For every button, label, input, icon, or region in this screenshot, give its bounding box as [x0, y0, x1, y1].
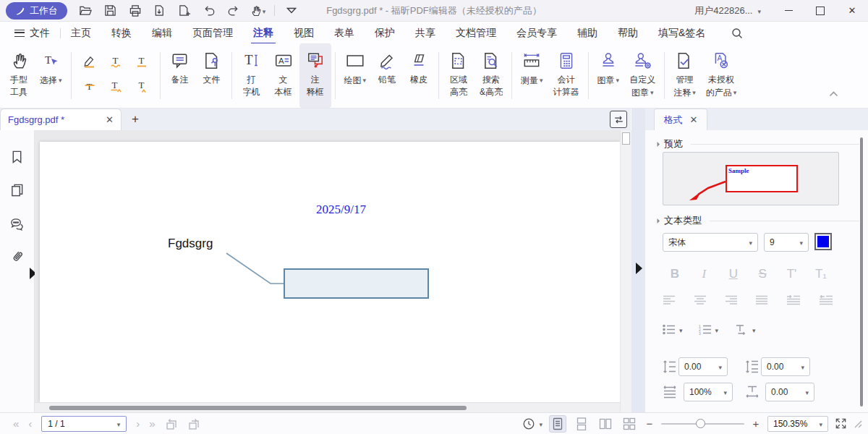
hand-tool-button[interactable]: 手型 工具: [3, 43, 35, 108]
menu-share[interactable]: 共享: [415, 27, 435, 40]
typewriter-button[interactable]: T 打 字机: [236, 43, 268, 108]
single-page-view-button[interactable]: [549, 415, 566, 433]
format-tab-close-icon[interactable]: ✕: [690, 114, 698, 125]
unauthorized-product-button[interactable]: A 未授权 的产品: [701, 43, 742, 108]
hand-pointer-icon[interactable]: [248, 2, 268, 20]
italic-button[interactable]: I: [692, 267, 716, 281]
bold-button[interactable]: B: [663, 267, 687, 281]
pages-panel-icon[interactable]: [9, 182, 25, 198]
file-attachment-button[interactable]: 文件: [196, 43, 228, 108]
menu-accessibility[interactable]: 辅助: [577, 27, 597, 40]
superscript-button[interactable]: T': [780, 267, 804, 281]
indent-increase-button[interactable]: [786, 295, 801, 305]
menu-doc-management[interactable]: 文档管理: [456, 27, 496, 40]
facing-continuous-view-button[interactable]: [621, 415, 638, 433]
previous-page-button[interactable]: [28, 418, 32, 429]
strikeout-tool-button[interactable]: T: [78, 75, 101, 97]
replace-text-tool-button[interactable]: T: [104, 75, 127, 97]
comments-panel-icon[interactable]: [9, 216, 25, 231]
last-page-button[interactable]: [149, 418, 155, 429]
vertical-scrollbar[interactable]: [620, 130, 631, 412]
menu-fill-sign[interactable]: 填写&签名: [658, 27, 705, 40]
extract-page-icon[interactable]: [150, 2, 169, 20]
fullscreen-button[interactable]: [835, 417, 847, 430]
first-page-button[interactable]: [13, 418, 19, 429]
pdf-page-canvas[interactable]: 2025/9/17 Fgdsgrg: [40, 142, 620, 402]
note-button[interactable]: 备注: [164, 43, 196, 108]
workspace-button[interactable]: 工作台: [6, 2, 67, 20]
format-tab[interactable]: 格式 ✕: [654, 109, 707, 130]
menu-edit[interactable]: 编辑: [152, 27, 172, 40]
align-justify-button[interactable]: [755, 295, 768, 305]
search-highlight-button[interactable]: 搜索 &高亮: [475, 43, 508, 108]
eraser-button[interactable]: 橡皮: [403, 43, 435, 108]
callout-button-active[interactable]: 注 释框: [299, 43, 331, 108]
bullet-list-button[interactable]: [663, 324, 683, 335]
zoom-slider[interactable]: [661, 419, 744, 429]
menu-membership[interactable]: 会员专享: [516, 27, 557, 40]
menu-view[interactable]: 视图: [294, 27, 314, 40]
line-spacing-select[interactable]: 0.00: [678, 357, 728, 376]
area-highlight-button[interactable]: 区域 高亮: [443, 43, 475, 108]
user-account-menu[interactable]: 用户422826...: [694, 4, 761, 17]
underline-tool-button[interactable]: T: [130, 51, 153, 72]
font-family-select[interactable]: 宋体: [663, 233, 758, 252]
read-mode-button[interactable]: [522, 417, 542, 430]
new-tab-button[interactable]: +: [127, 111, 143, 127]
textbox-button[interactable]: A 文 本框: [268, 43, 299, 108]
menu-page-management[interactable]: 页面管理: [192, 27, 233, 40]
pencil-button[interactable]: 铅笔: [371, 43, 403, 108]
menu-file[interactable]: 文件: [14, 27, 50, 40]
previous-view-button[interactable]: [165, 417, 178, 430]
align-right-button[interactable]: [725, 295, 738, 305]
continuous-view-button[interactable]: [573, 415, 590, 433]
search-icon[interactable]: [731, 27, 743, 39]
select-tool-button[interactable]: T 选择: [35, 43, 67, 108]
save-icon[interactable]: [101, 2, 120, 20]
strikethrough-button[interactable]: S: [750, 267, 775, 281]
calculator-button[interactable]: 会计 计算器: [548, 43, 584, 108]
resize-grip[interactable]: [854, 420, 862, 428]
font-size-select[interactable]: 9: [764, 233, 809, 252]
menu-comment-active[interactable]: 注释: [253, 27, 273, 40]
custom-stamp-button[interactable]: 自定义 图章: [624, 43, 660, 108]
first-line-indent-button[interactable]: [734, 324, 756, 335]
zoom-slider-handle[interactable]: [696, 419, 705, 428]
vertical-scrollbar-thumb[interactable]: [622, 132, 630, 145]
indent-decrease-button[interactable]: [819, 295, 833, 305]
facing-view-button[interactable]: [597, 415, 614, 433]
highlight-tool-button[interactable]: [78, 51, 101, 72]
align-left-button[interactable]: [663, 295, 676, 305]
underline-button[interactable]: U: [721, 267, 746, 281]
numbered-list-button[interactable]: 123: [699, 324, 719, 335]
zoom-in-button[interactable]: [751, 417, 761, 430]
undo-icon[interactable]: [199, 2, 218, 20]
horizontal-scale-select[interactable]: 100%: [684, 383, 733, 401]
customize-toolbar-icon[interactable]: [281, 2, 301, 20]
next-page-button[interactable]: [136, 418, 140, 429]
next-view-button[interactable]: [187, 417, 200, 430]
stamp-button[interactable]: 图章: [592, 43, 625, 108]
minimize-button[interactable]: [773, 0, 804, 22]
character-spacing-select[interactable]: 0.00: [765, 383, 814, 401]
collapse-format-panel-handle[interactable]: [636, 263, 642, 274]
zoom-out-button[interactable]: [644, 417, 655, 430]
horizontal-scrollbar-thumb[interactable]: [49, 406, 467, 410]
bookmarks-panel-icon[interactable]: [9, 149, 25, 165]
manage-comments-button[interactable]: 管理 注释: [668, 43, 701, 108]
zoom-level-select[interactable]: 150.35%: [767, 416, 828, 432]
redo-icon[interactable]: [224, 2, 243, 20]
close-button[interactable]: [836, 0, 868, 22]
menu-form[interactable]: 表单: [334, 27, 354, 40]
format-panel-scrollbar[interactable]: [860, 137, 863, 407]
attachments-panel-icon[interactable]: [9, 249, 25, 265]
page-number-select[interactable]: 1 / 1: [41, 416, 127, 432]
maximize-button[interactable]: [804, 0, 836, 22]
tab-close-icon[interactable]: ✕: [106, 114, 114, 125]
paragraph-spacing-select[interactable]: 0.00: [761, 357, 810, 376]
text-type-section-header[interactable]: 文本类型: [655, 214, 859, 227]
drawing-button[interactable]: 绘图: [339, 43, 372, 108]
insert-text-tool-button[interactable]: T: [130, 75, 153, 97]
document-tab[interactable]: Fgdsgrg.pdf * ✕: [0, 109, 122, 130]
preview-section-header[interactable]: 预览: [655, 137, 859, 150]
